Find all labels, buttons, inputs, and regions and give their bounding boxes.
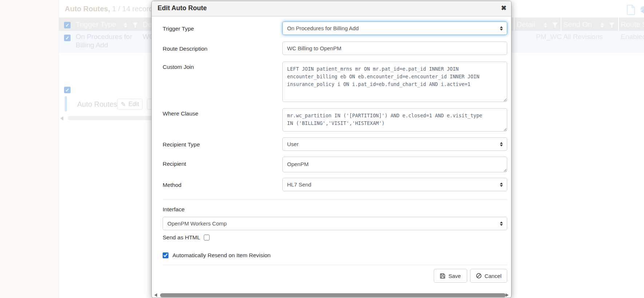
sort-icon[interactable] [124, 23, 127, 28]
check-glyph: ✓ [65, 23, 69, 28]
scroll-right-arrow[interactable] [506, 293, 509, 297]
cell-detail: PM_WC [536, 33, 562, 41]
send-as-html-row: Send as HTML [163, 234, 210, 241]
recipient-textarea[interactable]: OpenPM [282, 157, 507, 172]
column-divider [561, 17, 561, 31]
scroll-left-arrow[interactable] [154, 293, 157, 297]
cell-trigger-type-line2: Billing Add [76, 41, 108, 49]
edit-button[interactable]: ✎Edit [117, 99, 143, 110]
custom-join-label: Custom Join [163, 64, 194, 70]
row-checkbox[interactable]: ✓ [64, 35, 71, 41]
column-header-trigger-type[interactable]: Trigger Type [76, 20, 116, 29]
dialog-title: Edit Auto Route [158, 4, 207, 12]
column-header-route-status[interactable]: Route Stat [621, 20, 644, 29]
method-value: HL7 Send [287, 181, 311, 188]
send-as-html-checkbox[interactable] [204, 235, 210, 240]
subpanel-accent-bar [65, 96, 67, 111]
save-floppy-icon [440, 273, 445, 279]
background-left-strip [0, 0, 59, 298]
column-divider [514, 17, 514, 31]
cancel-ban-icon [476, 273, 482, 279]
save-button[interactable]: Save [434, 269, 467, 283]
route-description-input[interactable] [282, 42, 507, 55]
edit-button-label: Edit [128, 101, 139, 108]
edit-auto-route-dialog: Edit Auto Route ✖ Trigger Type On Proced… [151, 1, 512, 298]
auto-resend-checkbox[interactable] [163, 252, 168, 258]
trigger-type-select[interactable]: On Procedures for Billing Add [282, 21, 507, 35]
select-caret-icon [500, 26, 503, 31]
check-glyph: ✓ [65, 87, 69, 93]
save-button-label: Save [448, 273, 461, 279]
sort-icon[interactable] [544, 23, 547, 28]
method-label: Method [163, 182, 182, 188]
check-glyph: ✓ [65, 35, 69, 41]
select-caret-icon [500, 142, 503, 146]
auto-resend-label: Automatically Resend on Item Revision [172, 252, 271, 259]
recipient-type-label: Recipient Type [163, 141, 200, 148]
scrollbar-thumb[interactable] [68, 116, 154, 120]
auto-resend-row: Automatically Resend on Item Revision [163, 252, 271, 259]
new-record-icon[interactable] [627, 5, 635, 15]
interface-value: OpenPM Workers Comp [167, 220, 227, 227]
method-select[interactable]: HL7 Send [282, 178, 507, 191]
scroll-left-arrow[interactable] [60, 116, 63, 121]
select-all-checkbox[interactable]: ✓ [64, 22, 71, 28]
column-header-send-on[interactable]: Send On [563, 20, 592, 29]
recipient-type-value: User [287, 141, 299, 147]
column-divider [618, 17, 619, 31]
custom-join-textarea[interactable]: LEFT JOIN patient_mrns mr ON mr.pat_id=e… [282, 62, 507, 102]
close-icon[interactable]: ✖ [501, 4, 506, 12]
divider [163, 265, 507, 265]
pencil-icon: ✎ [121, 101, 126, 108]
recipient-type-select[interactable]: User [282, 137, 507, 151]
column-header-detail[interactable]: Detail [517, 20, 535, 29]
send-as-html-label: Send as HTML [163, 234, 200, 241]
interface-select[interactable]: OpenPM Workers Comp [163, 217, 507, 230]
subpanel-title: Auto Routes [77, 100, 117, 109]
cell-route-status: Enabled [621, 33, 644, 41]
select-caret-icon [500, 221, 503, 226]
trigger-type-value: On Procedures for Billing Add [287, 25, 359, 31]
cell-trigger-type-line1: On Procedures for [76, 33, 132, 41]
where-clause-label: Where Clause [163, 110, 198, 117]
recipient-label: Recipient [163, 161, 186, 167]
interface-label: Interface [163, 206, 184, 213]
row-checkbox[interactable]: ✓ [64, 87, 71, 93]
cancel-button[interactable]: Cancel [470, 269, 507, 283]
select-caret-icon [500, 183, 503, 187]
refresh-icon[interactable] [640, 5, 644, 15]
where-clause-textarea[interactable]: mr.wc_partition IN ('[PARTITION]') AND e… [282, 108, 507, 132]
divider [163, 199, 507, 200]
sort-icon[interactable] [600, 23, 604, 28]
route-description-label: Route Description [163, 46, 207, 52]
trigger-type-label: Trigger Type [163, 26, 194, 32]
cell-send-on: All Revisions [563, 33, 603, 41]
records-summary-title: Auto Routes, [65, 5, 110, 13]
scrollbar-thumb[interactable] [160, 293, 506, 297]
cancel-button-label: Cancel [485, 273, 502, 279]
page: Auto Routes, 1 / 14 records, 1 recor ✓ T… [0, 0, 644, 298]
